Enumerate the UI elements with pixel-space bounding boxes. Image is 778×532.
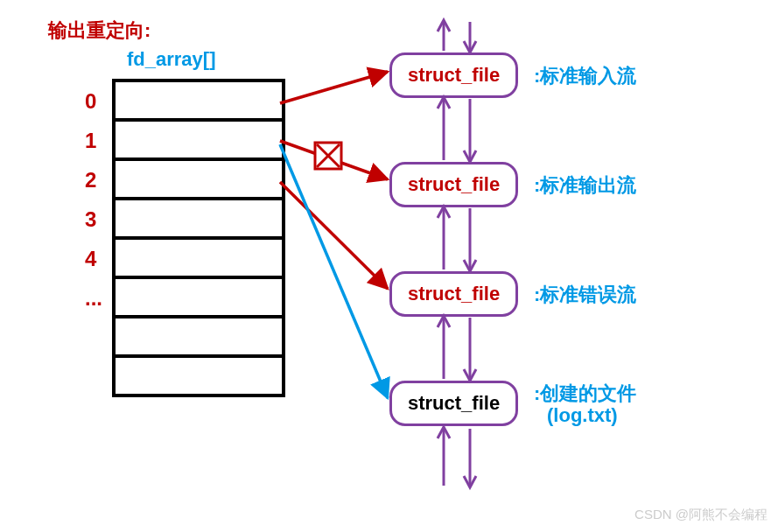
desc-stdout: :标准输出流 [534, 172, 636, 199]
struct-file-stdout: struct_file [389, 162, 518, 207]
fd-index: 1 [85, 129, 96, 153]
fd-index: 0 [85, 89, 96, 114]
struct-label: struct_file [408, 283, 500, 304]
struct-label: struct_file [408, 392, 500, 414]
struct-file-stderr: struct_file [389, 271, 518, 317]
link-arrows-4 [438, 427, 476, 487]
broken-link-x1 [317, 144, 340, 167]
fd-array-table: 0 1 2 3 4 ... [112, 79, 285, 397]
desc-logfile-line1: :创建的文件 [534, 381, 636, 407]
fd-row: 0 [116, 82, 282, 122]
fd-index: 2 [85, 168, 96, 192]
struct-file-stdin: struct_file [389, 52, 518, 98]
fd-row: ... [116, 279, 282, 318]
struct-label: struct_file [408, 173, 500, 195]
arrow-fd1-stdout-broken [280, 141, 388, 179]
arrow-fd0-stdin [280, 72, 388, 103]
fd-row: 4 [116, 240, 282, 279]
fd-index: 3 [85, 207, 96, 232]
desc-logfile-line2: (log.txt) [547, 404, 618, 427]
arrow-fd1-logfile [280, 144, 388, 398]
fd-index: 4 [85, 247, 96, 271]
watermark: CSDN @阿熊不会编程 [634, 507, 767, 523]
fd-row: 1 [116, 122, 282, 161]
struct-file-logfile: struct_file [389, 381, 518, 426]
desc-stdin: :标准输入流 [534, 63, 636, 89]
fd-index: ... [85, 286, 102, 311]
broken-link-x2 [317, 144, 340, 167]
link-arrows-1 [438, 97, 476, 162]
fd-row [116, 318, 282, 358]
fd-row: 2 [116, 161, 282, 200]
link-arrows-2 [438, 206, 476, 271]
desc-stderr: :标准错误流 [534, 282, 636, 308]
array-label: fd_array[] [127, 48, 215, 71]
arrow-fd2-stderr [280, 182, 388, 289]
struct-label: struct_file [408, 64, 500, 86]
fd-row [116, 358, 282, 397]
diagram-title: 输出重定向: [48, 18, 151, 44]
broken-link-x-box [315, 143, 341, 169]
fd-row: 3 [116, 200, 282, 240]
link-arrows-0 [438, 20, 476, 52]
link-arrows-3 [438, 316, 476, 381]
